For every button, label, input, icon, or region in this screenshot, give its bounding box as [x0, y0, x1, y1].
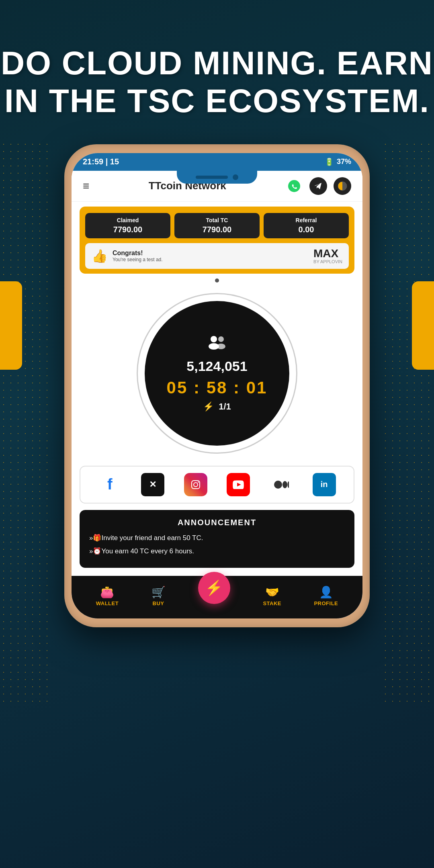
side-bar-right [412, 281, 434, 370]
announcement-section: ANNOUNCEMENT »🎁Invite your friend and ea… [80, 510, 354, 568]
side-bar-left [0, 281, 22, 370]
profile-label: PROFILE [314, 600, 338, 606]
nav-profile[interactable]: 👤 PROFILE [314, 585, 338, 606]
referral-label: Referral [268, 217, 344, 223]
bg-dots-left [0, 141, 52, 703]
announcement-item-2: »⏰You earn 40 TC every 6 hours. [89, 546, 345, 557]
nav-stake[interactable]: 🤝 STAKE [263, 585, 281, 606]
svg-point-8 [194, 483, 198, 487]
battery-percentage: 37% [337, 158, 351, 166]
hero-line1: DO CLOUD MINING. EARN [1, 45, 433, 81]
profile-icon: 👤 [319, 585, 333, 599]
announcement-title: ANNOUNCEMENT [89, 518, 345, 527]
hero-line2: IN THE TSC ECOSYSTEM. [4, 82, 430, 119]
buy-icon: 🛒 [151, 585, 166, 599]
svg-point-5 [217, 344, 225, 349]
ad-brand-name: MAX [313, 248, 342, 259]
battery-icon: 🔋 [325, 158, 334, 166]
phone-notch [177, 171, 257, 184]
mining-boost: ⚡ 1/1 [203, 401, 231, 412]
stat-claimed: Claimed 7790.00 [85, 213, 170, 238]
linkedin-button[interactable]: in [313, 473, 336, 496]
svg-point-2 [211, 336, 217, 342]
hero-section: DO CLOUD MINING. EARN IN THE TSC ECOSYST… [1, 44, 433, 120]
telegram-icon[interactable] [309, 177, 327, 195]
svg-point-0 [288, 180, 300, 192]
ad-banner[interactable]: 👍 Congrats! You're seeing a test ad. MAX… [85, 243, 349, 269]
status-bar: 21:59 | 15 🔋 37% [72, 153, 362, 171]
stat-referral: Referral 0.00 [264, 213, 349, 238]
phone-inner: 21:59 | 15 🔋 37% ≡ TTcoin Network [72, 153, 362, 618]
ad-brand-block: MAX BY APPLOVIN [313, 248, 342, 264]
svg-point-9 [198, 481, 199, 483]
bottom-nav: 👛 WALLET 🛒 BUY ⚡ 🤝 STAKE [72, 576, 362, 618]
status-right: 🔋 37% [325, 158, 351, 166]
nav-center-lightning-button[interactable]: ⚡ [198, 572, 230, 604]
bg-dots-right [382, 141, 434, 703]
mining-people-icon [206, 334, 228, 354]
stat-total-tc: Total TC 7790.00 [174, 213, 260, 238]
referral-value: 0.00 [268, 225, 344, 234]
mining-timer: 05 : 58 : 01 [167, 378, 268, 397]
svg-point-12 [287, 481, 289, 488]
ad-thumbs-icon: 👍 [92, 248, 108, 264]
wallet-icon: 👛 [100, 585, 114, 599]
stake-icon: 🤝 [265, 585, 279, 599]
mining-section: 5,124,051 05 : 58 : 01 ⚡ 1/1 [72, 285, 362, 466]
ad-brand-sub: BY APPLOVIN [313, 259, 342, 264]
mining-circle-outer[interactable]: 5,124,051 05 : 58 : 01 ⚡ 1/1 [137, 293, 297, 454]
svg-point-4 [218, 336, 224, 342]
ad-left: 👍 Congrats! You're seeing a test ad. [92, 248, 163, 264]
total-tc-label: Total TC [179, 217, 255, 223]
svg-point-10 [274, 481, 282, 489]
twitter-x-button[interactable]: ✕ [141, 473, 164, 496]
whatsapp-icon[interactable] [285, 177, 303, 195]
boost-lightning-icon: ⚡ [203, 401, 214, 411]
carousel-dot [215, 278, 219, 283]
coin-icon[interactable] [334, 177, 351, 195]
youtube-button[interactable] [227, 473, 250, 496]
phone-outer: 21:59 | 15 🔋 37% ≡ TTcoin Network [64, 144, 370, 627]
claimed-label: Claimed [90, 217, 166, 223]
boost-value: 1/1 [219, 401, 231, 411]
mining-count: 5,124,051 [186, 358, 247, 374]
nav-buy[interactable]: 🛒 BUY [151, 585, 166, 606]
indicator-dot [72, 278, 362, 283]
phone-mockup: 21:59 | 15 🔋 37% ≡ TTcoin Network [64, 144, 370, 627]
mining-circle-inner: 5,124,051 05 : 58 : 01 ⚡ 1/1 [145, 301, 289, 446]
stats-bar: Claimed 7790.00 Total TC 7790.00 Referra… [80, 207, 354, 274]
status-time: 21:59 | 15 [83, 157, 119, 166]
nav-wallet[interactable]: 👛 WALLET [96, 585, 119, 606]
instagram-button[interactable] [184, 473, 207, 496]
facebook-button[interactable]: f [98, 473, 121, 496]
total-tc-value: 7790.00 [179, 225, 255, 234]
menu-icon[interactable]: ≡ [83, 180, 89, 192]
ad-sub: You're seeing a test ad. [113, 257, 163, 262]
stats-row: Claimed 7790.00 Total TC 7790.00 Referra… [85, 213, 349, 238]
wallet-label: WALLET [96, 600, 119, 606]
announcement-item-1: »🎁Invite your friend and earn 50 TC. [89, 533, 345, 543]
stake-label: STAKE [263, 600, 281, 606]
social-bar: f ✕ [80, 466, 354, 504]
ad-text-block: Congrats! You're seeing a test ad. [113, 250, 163, 262]
medium-button[interactable] [270, 473, 293, 496]
notch-camera [233, 174, 238, 180]
svg-point-11 [283, 481, 287, 488]
buy-label: BUY [153, 600, 164, 606]
ad-banner-wrapper: 👍 Congrats! You're seeing a test ad. MAX… [85, 243, 349, 269]
app-content: ≡ TTcoin Network [72, 171, 362, 618]
ad-congrats: Congrats! [113, 250, 163, 257]
claimed-value: 7790.00 [90, 225, 166, 234]
header-icons [285, 177, 351, 195]
notch-speaker [196, 176, 228, 179]
